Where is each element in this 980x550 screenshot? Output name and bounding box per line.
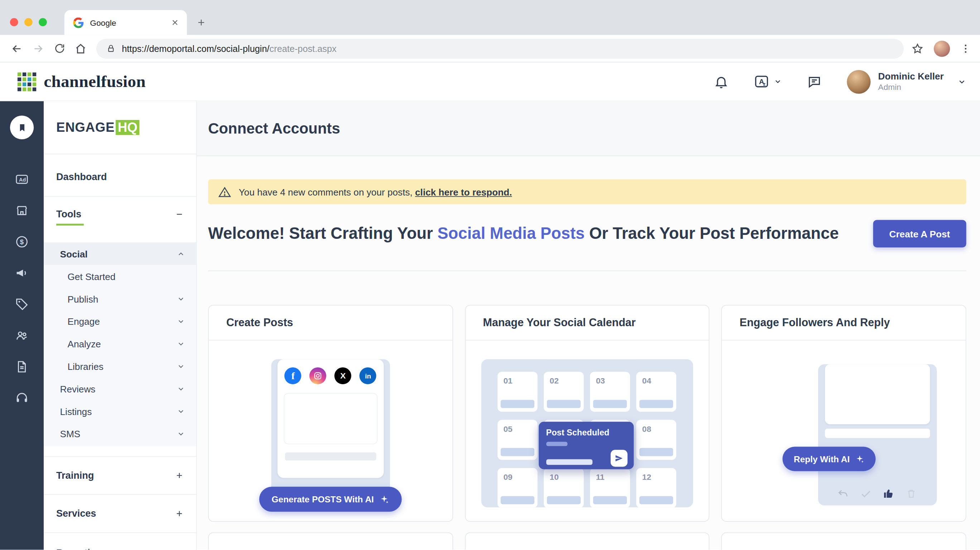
warning-icon (218, 185, 231, 199)
comment-line-placeholder (825, 429, 930, 438)
language-selector[interactable]: A z (754, 74, 782, 89)
bookmark-star-icon[interactable] (911, 42, 924, 55)
payments-rail-button[interactable]: $ (15, 235, 29, 248)
minimize-window-button[interactable] (24, 18, 33, 27)
home-button[interactable] (70, 38, 91, 59)
bookmark-icon (16, 122, 27, 133)
tools-submenu: Social Get Started Publish Engage (44, 242, 196, 446)
support-rail-button[interactable] (15, 391, 29, 405)
card-title: Create Posts (209, 305, 452, 340)
sidebar-item-label: Get Started (67, 271, 115, 281)
expand-plus-icon[interactable] (175, 471, 184, 480)
reply-with-ai-button[interactable]: Reply With AI (783, 447, 875, 471)
sparkle-icon (854, 455, 864, 464)
megaphone-icon (15, 266, 29, 280)
forward-button[interactable] (27, 38, 49, 59)
chevron-up-icon (177, 250, 185, 258)
feature-cards: Create Posts f X (208, 305, 966, 522)
store-rail-button[interactable] (15, 204, 29, 217)
user-menu[interactable]: Dominic Keller Admin (847, 70, 966, 94)
sidebar-item-social[interactable]: Social (44, 242, 196, 265)
sidebar-item-dashboard[interactable]: Dashboard (44, 165, 196, 188)
close-window-button[interactable] (10, 18, 18, 27)
page-header: Connect Accounts (197, 101, 980, 156)
sidebar-item-reviews[interactable]: Reviews (44, 377, 196, 400)
messages-icon[interactable] (807, 74, 822, 89)
sidebar-item-get-started[interactable]: Get Started (44, 265, 196, 288)
create-a-post-button[interactable]: Create A Post (873, 220, 966, 248)
section-divider (208, 271, 966, 272)
sidebar-item-label: Listings (60, 406, 92, 416)
notifications-bell-icon[interactable] (714, 74, 729, 89)
page-title: Connect Accounts (208, 119, 340, 137)
calendar-cell: 03 (590, 372, 630, 412)
sidebar-section-services[interactable]: Services (44, 495, 196, 533)
sidebar-section-training[interactable]: Training (44, 457, 196, 494)
collapse-minus-icon[interactable] (175, 210, 184, 218)
post-scheduled-tooltip: Post Scheduled (539, 422, 634, 469)
sidebar-section-label: Reporting (56, 547, 102, 550)
chevron-down-icon (177, 407, 185, 415)
generate-posts-ai-button[interactable]: Generate POSTS With AI (259, 486, 402, 512)
trash-icon[interactable] (906, 488, 917, 499)
announcements-rail-button[interactable] (15, 266, 29, 280)
browser-menu-icon[interactable] (960, 43, 971, 54)
offers-rail-button[interactable] (15, 297, 29, 311)
thumbs-up-icon[interactable] (883, 487, 896, 500)
calendar-cell: 04 (636, 372, 677, 412)
sidebar-item-libraries[interactable]: Libraries (44, 355, 196, 377)
ads-icon: Ad (15, 173, 29, 186)
day-number: 02 (550, 376, 559, 385)
chevron-down-icon (177, 295, 185, 303)
sidebar-item-publish[interactable]: Publish (44, 288, 196, 310)
expand-plus-icon[interactable] (175, 548, 184, 550)
social-calendar-card[interactable]: Manage Your Social Calendar 01 02 03 04 … (465, 305, 710, 522)
header-actions: A z Dominic Keller Admin (714, 70, 966, 94)
expand-plus-icon[interactable] (175, 509, 184, 518)
sidebar-item-listings[interactable]: Listings (44, 400, 196, 423)
tooltip-placeholder-bar (546, 459, 592, 465)
brand-logo[interactable]: channelfusion (16, 71, 145, 92)
back-button[interactable] (6, 38, 27, 59)
site-security-icon[interactable] (107, 44, 116, 53)
brand-mark-icon (16, 71, 37, 92)
alert-message: You have 4 new comments on your posts, (239, 186, 415, 197)
sidebar-section-tools[interactable]: Tools (44, 197, 196, 232)
calendar-cell: 11 (590, 468, 630, 507)
day-number: 11 (596, 472, 605, 482)
sidebar-section-reporting[interactable]: Reporting (44, 534, 196, 550)
event-bar (593, 400, 627, 408)
sidebar-item-label: Libraries (67, 361, 103, 372)
ads-rail-button[interactable]: Ad (15, 173, 29, 186)
engagehq-logo[interactable]: ENGAGE HQ (44, 101, 196, 154)
welcome-highlight: Social Media Posts (438, 224, 585, 242)
paper-plane-icon (614, 454, 624, 463)
sidebar-item-sms[interactable]: SMS (44, 423, 196, 445)
event-bar (640, 448, 673, 456)
browser-profile-avatar[interactable] (934, 40, 950, 57)
day-number: 05 (503, 424, 512, 434)
documents-rail-button[interactable] (15, 360, 29, 374)
linkedin-icon: in (360, 367, 377, 384)
reply-icon[interactable] (838, 488, 850, 499)
social-networks-row: f X in (277, 359, 383, 384)
check-icon[interactable] (861, 488, 872, 499)
engage-followers-card[interactable]: Engage Followers And Reply Reply With AI (721, 305, 966, 522)
reload-button[interactable] (49, 38, 70, 59)
respond-link[interactable]: click here to respond. (415, 186, 512, 197)
new-tab-button[interactable] (196, 17, 207, 28)
sidebar-item-engage[interactable]: Engage (44, 310, 196, 332)
zoom-window-button[interactable] (39, 18, 47, 27)
community-rail-button[interactable] (15, 329, 29, 342)
address-bar[interactable]: https://demoportal.com/social-plugin/cre… (96, 38, 904, 58)
calendar-cell: 02 (544, 372, 584, 412)
url-base: https://demoportal.com/social-plugin/ (122, 43, 269, 53)
sidebar-item-analyze[interactable]: Analyze (44, 332, 196, 355)
browser-tab[interactable]: Google (64, 10, 187, 35)
app-header: channelfusion A z Dominic Keller (0, 62, 980, 101)
bookmark-rail-button[interactable] (10, 116, 34, 139)
tooltip-title: Post Scheduled (546, 428, 627, 437)
create-posts-card[interactable]: Create Posts f X (208, 305, 453, 522)
translate-icon: A z (754, 74, 769, 89)
tab-close-icon[interactable] (169, 17, 181, 28)
